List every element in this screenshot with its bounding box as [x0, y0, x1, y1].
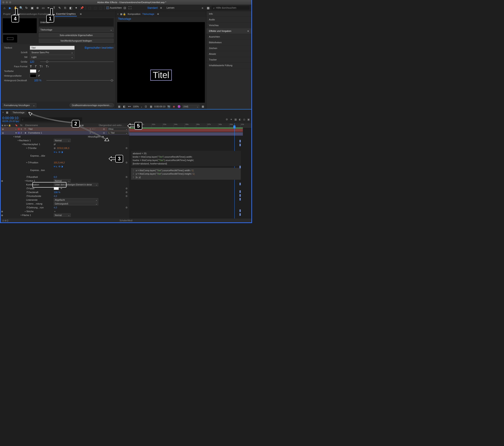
orbit-tool-icon[interactable]: ↻ — [24, 6, 29, 10]
svg-marker-1 — [49, 8, 54, 17]
draft3d-icon[interactable]: ▣ — [247, 118, 250, 121]
expression-size[interactable]: abstand = 20; breite = thisComp.layer("T… — [131, 151, 241, 166]
pos-expr-value[interactable]: 101,5,44,2 — [54, 161, 65, 164]
panel-vorschau[interactable]: Vorschau — [206, 22, 251, 28]
export-mogrt-button[interactable]: Grafikanimationsvorlage exportieren… — [70, 103, 114, 107]
path-icon[interactable]: ⇄ — [54, 143, 56, 146]
workspace-standard[interactable]: Standard — [147, 6, 158, 9]
size-value[interactable]: 120 — [30, 60, 38, 63]
panel-audio[interactable]: Audio — [206, 17, 251, 22]
comp-menu-icon[interactable]: ≡ — [156, 12, 160, 16]
eraser-tool-icon[interactable]: ◧ — [69, 6, 73, 10]
rectangle-tool-icon[interactable]: ▭ — [41, 6, 45, 10]
3d-icon[interactable]: 👓 — [128, 105, 131, 108]
mask-icon[interactable]: ◧ — [123, 105, 126, 108]
bgop-slider[interactable] — [47, 80, 114, 81]
panel-zeichen[interactable]: Zeichen — [206, 45, 251, 51]
edit-props-link[interactable]: Eigenschaften bearbeiten — [85, 46, 114, 49]
workspace-menu-icon[interactable]: ≡ — [159, 6, 163, 10]
btn-solo-props[interactable]: Solo-unterstützte Eigenschaften — [39, 33, 114, 37]
color-icon[interactable]: 🟣 — [177, 105, 181, 108]
size-expr-value[interactable]: 223,0,108,3 — [57, 147, 69, 149]
shy-icon[interactable]: ✦ — [230, 118, 232, 121]
layer2-bar[interactable] — [129, 132, 243, 136]
align-toggle[interactable]: ✓ Ausrichten ⊡ ⛶ — [106, 6, 132, 10]
comp-header-prefix: Komposition — [127, 13, 141, 15]
panel-contentaware[interactable]: Inhaltsbasierte Füllung — [206, 63, 251, 68]
camera-tool-icon[interactable]: ▣ — [30, 6, 34, 10]
workspace-lernen[interactable]: Lernen — [166, 6, 174, 9]
graph-icon[interactable]: ⚙ — [226, 118, 228, 121]
pan-behind-tool-icon[interactable]: ⊕ — [36, 6, 40, 10]
zoom-value[interactable]: 100% — [133, 105, 139, 108]
egp-master-dropdown[interactable]: Titelvorlage⌄ — [39, 28, 114, 32]
grid-icon[interactable]: ▦ — [118, 105, 121, 108]
add-stroke-icon[interactable]: ＋ — [54, 210, 56, 213]
font-dropdown[interactable]: Source Sans Pro⌄ — [30, 50, 74, 54]
egp-name-input[interactable] — [39, 18, 114, 26]
size-slider[interactable] — [40, 62, 114, 62]
snapshot-icon[interactable]: 📷 — [167, 105, 170, 108]
puppet-tool-icon[interactable]: 📌 — [80, 6, 84, 10]
textcolor-swatch[interactable] — [30, 69, 36, 73]
faux-buttons[interactable]: TTTTTT — [30, 65, 49, 68]
snap-to-icon[interactable]: ⊡ — [123, 6, 127, 10]
panel-ausrichten[interactable]: Ausrichten — [206, 34, 251, 40]
expression-position[interactable]: 1x = thisComp.layer("Titel").sourceRectA… — [131, 168, 241, 180]
viewer-menu-icon[interactable]: ▦ — [201, 105, 204, 108]
res-dropdown[interactable]: (Voll)⌄ — [182, 105, 199, 108]
res-icon[interactable]: ⊡ — [144, 105, 147, 108]
more-icon[interactable]: » — [200, 6, 205, 10]
layer1-bar[interactable] — [129, 128, 243, 132]
viewer-timecode[interactable]: 0:00:09:10 — [154, 105, 165, 108]
comp-thumbnail — [3, 34, 18, 43]
frame-blend-icon[interactable]: ▦ — [234, 118, 237, 121]
lock-icon[interactable]: ▦ 🔒 — [120, 13, 126, 16]
panel-info[interactable]: Info — [206, 11, 251, 17]
panel-effects-presets[interactable]: Effekte und Vorgaben≡ — [206, 28, 251, 34]
window-controls[interactable] — [2, 1, 11, 3]
home-icon[interactable]: ⌂ — [2, 6, 7, 10]
timeline-tab[interactable]: Titelvorlage — [10, 110, 27, 115]
panel-menu-icon[interactable]: ≡ — [79, 12, 83, 16]
comp-breadcrumb[interactable]: Titelvorlage — [118, 17, 131, 20]
selection-tool-icon[interactable]: ▶ — [8, 6, 12, 10]
prop-titeltext-label: Titeltext — [3, 47, 28, 49]
panel-bibliotheken[interactable]: Bibliotheken — [206, 40, 251, 45]
snap3-icon[interactable]: ⬚ — [99, 6, 103, 10]
style-dropdown[interactable]: Light⌄ — [30, 55, 74, 59]
titeltext-input[interactable] — [30, 46, 74, 50]
btn-pubtime[interactable]: Veröffentlichungszeit festlegen — [39, 39, 114, 43]
tab-essential-graphics[interactable]: Essential Graphics — [55, 12, 77, 16]
help-search[interactable]: ⌕ Hilfe durchsuchen — [212, 6, 250, 10]
motion-blur-icon[interactable]: ◐ — [239, 118, 241, 121]
panel-menu-icon[interactable]: ≡ — [248, 30, 249, 32]
clone-tool-icon[interactable]: ⎘ — [63, 6, 67, 10]
current-timecode[interactable]: 0:00:09:10 — [2, 116, 19, 120]
composition-viewer[interactable]: Titel — [117, 22, 205, 103]
brush-tool-icon[interactable]: ✎ — [57, 6, 62, 10]
eyedropper2-icon[interactable]: ✐ — [38, 74, 41, 77]
graph-editor-icon[interactable]: ◎ — [243, 118, 245, 121]
snap-icon[interactable]: ⬚ — [88, 6, 92, 10]
panel-icon[interactable]: ▦ — [206, 6, 210, 10]
pickwhip2-icon[interactable]: ⊚ — [126, 161, 127, 164]
roto-tool-icon[interactable]: ✦ — [74, 6, 78, 10]
panel-tracker[interactable]: Tracker — [206, 57, 251, 63]
bgop-value[interactable]: 100 % — [34, 79, 45, 82]
svg-marker-4 — [109, 156, 117, 161]
comp-header-name[interactable]: Titelvorlage — [142, 13, 154, 15]
snap-ext-icon[interactable]: ⛶ — [128, 6, 132, 10]
timeline-footer[interactable]: ⊡ ⊞ {} Schalter/Modi — [1, 219, 251, 222]
tab-project[interactable]: Projekt — [2, 12, 12, 16]
eyedropper-icon[interactable]: ✐ — [38, 69, 41, 72]
panel-absatz[interactable]: Absatz — [206, 51, 251, 57]
channel-icon[interactable]: ◉ — [172, 105, 176, 108]
add-format-dropdown[interactable]: Formatierung hinzufügen⌄ — [2, 103, 36, 107]
time-ruler[interactable]: :00s01s 02s03s 04s05s 06s07s 08s09s 10s — [129, 123, 251, 128]
snap2-icon[interactable]: ⬚ — [93, 6, 97, 10]
pickwhip-icon[interactable]: ⊚ — [126, 147, 127, 150]
prop-stil-label: Stil — [3, 56, 28, 58]
bgcolor-swatch[interactable] — [30, 74, 36, 77]
transp-icon[interactable]: ▦ — [149, 105, 153, 108]
